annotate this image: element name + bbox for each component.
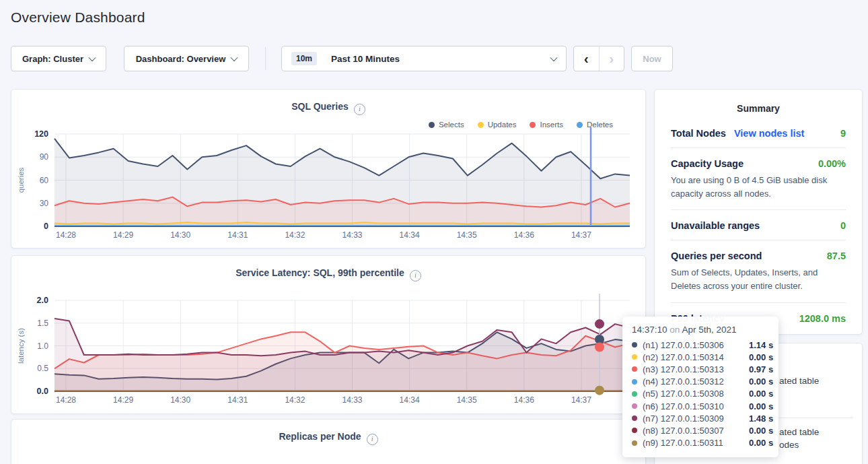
svg-text:14:31: 14:31 bbox=[227, 395, 248, 405]
tooltip-row: (n7) 127.0.0.1:503091.48 s bbox=[632, 412, 769, 424]
replicas-per-node-panel: Replicas per Nodei bbox=[11, 419, 646, 464]
node-color-dot bbox=[632, 440, 637, 446]
node-color-dot bbox=[632, 403, 637, 409]
tooltip-row: (n4) 127.0.0.1:503120.00 s bbox=[632, 376, 769, 388]
svg-text:14:29: 14:29 bbox=[113, 230, 133, 240]
svg-text:2.0: 2.0 bbox=[37, 296, 48, 305]
info-icon[interactable]: i bbox=[367, 434, 378, 445]
event-item-text: odes bbox=[779, 440, 799, 450]
svg-text:0.0: 0.0 bbox=[37, 387, 48, 396]
tooltip-date: Apr 5th, 2021 bbox=[682, 325, 736, 335]
next-interval-button[interactable]: › bbox=[600, 46, 624, 71]
legend-dot bbox=[530, 122, 536, 128]
tooltip-row: (n2) 127.0.0.1:503140.00 s bbox=[632, 351, 769, 363]
sql-queries-title: SQL Queriesi bbox=[11, 101, 645, 115]
svg-text:60: 60 bbox=[40, 176, 49, 185]
event-item-text: ated table bbox=[779, 376, 819, 386]
node-color-dot bbox=[632, 354, 637, 360]
legend-item-updates[interactable]: Updates bbox=[478, 121, 517, 129]
chevron-down-icon bbox=[231, 54, 238, 61]
chevron-down-icon bbox=[88, 54, 96, 61]
page-title: Overview Dashboard bbox=[11, 9, 145, 26]
svg-text:14:33: 14:33 bbox=[342, 230, 362, 240]
node-address: (n6) 127.0.0.1:50310 bbox=[643, 401, 749, 411]
node-color-dot bbox=[632, 342, 637, 347]
node-color-dot bbox=[632, 366, 637, 372]
svg-text:14:30: 14:30 bbox=[170, 395, 190, 405]
tooltip-row: (n5) 127.0.0.1:503080.00 s bbox=[632, 388, 769, 400]
node-address: (n4) 127.0.0.1:50312 bbox=[643, 376, 749, 387]
summary-item-value: 0 bbox=[840, 220, 846, 231]
legend-item-selects[interactable]: Selects bbox=[429, 121, 464, 129]
summary-item-label: Total Nodes bbox=[671, 128, 726, 139]
service-latency-title: Service Latency: SQL, 99th percentilei bbox=[11, 267, 645, 281]
svg-text:1.5: 1.5 bbox=[37, 319, 48, 328]
svg-text:14:31: 14:31 bbox=[227, 230, 248, 240]
svg-text:14:35: 14:35 bbox=[457, 395, 477, 405]
summary-item-value: 1208.0 ms bbox=[799, 313, 846, 324]
view-nodes-list-link[interactable]: View nodes list bbox=[734, 128, 805, 139]
svg-text:1.0: 1.0 bbox=[37, 341, 48, 351]
svg-text:90: 90 bbox=[40, 152, 49, 162]
tooltip-connector: on bbox=[670, 325, 682, 335]
tooltip-time: 14:37:10 bbox=[632, 325, 667, 335]
node-latency-value: 0.00 s bbox=[749, 376, 773, 387]
sql-queries-panel: SQL Queriesi SelectsUpdatesInsertsDelete… bbox=[11, 89, 646, 248]
time-window-badge: 10m bbox=[291, 52, 317, 65]
summary-item-value: 9 bbox=[840, 128, 846, 139]
svg-text:14:37: 14:37 bbox=[571, 230, 591, 240]
sql-queries-legend: SelectsUpdatesInsertsDeletes bbox=[429, 121, 613, 129]
legend-item-inserts[interactable]: Inserts bbox=[530, 121, 563, 129]
svg-text:14:34: 14:34 bbox=[400, 395, 420, 405]
chart-hover-tooltip: 14:37:10 on Apr 5th, 2021 (n1) 127.0.0.1… bbox=[622, 317, 779, 457]
summary-panel: Summary Total NodesView nodes list9Capac… bbox=[654, 89, 863, 335]
chart-title-text: SQL Queries bbox=[291, 101, 349, 112]
info-icon[interactable]: i bbox=[354, 104, 365, 115]
legend-dot bbox=[429, 122, 435, 128]
summary-item-label: Unavailable ranges bbox=[671, 220, 760, 231]
chevron-down-icon bbox=[550, 54, 557, 61]
node-latency-value: 0.00 s bbox=[749, 352, 773, 362]
summary-item-description: Sum of Selects, Updates, Inserts, and De… bbox=[671, 266, 846, 293]
dashboard-select-dropdown[interactable]: Dashboard: Overview bbox=[124, 46, 249, 71]
node-address: (n2) 127.0.0.1:50314 bbox=[643, 352, 749, 362]
tooltip-row: (n8) 127.0.0.1:503070.00 s bbox=[632, 424, 769, 436]
chart-title-text: Service Latency: SQL, 99th percentile bbox=[236, 267, 404, 278]
node-latency-value: 0.97 s bbox=[749, 364, 773, 374]
legend-label: Selects bbox=[439, 121, 464, 129]
time-range-label: Past 10 Minutes bbox=[331, 54, 545, 64]
svg-text:14:36: 14:36 bbox=[514, 395, 534, 405]
svg-text:queries: queries bbox=[17, 167, 25, 193]
legend-dot bbox=[478, 122, 484, 128]
tooltip-row: (n9) 127.0.0.1:503110.00 s bbox=[632, 437, 769, 449]
time-step-buttons: ‹ › bbox=[573, 46, 624, 71]
summary-item-label: Capacity Usage bbox=[671, 158, 744, 169]
svg-text:30: 30 bbox=[40, 199, 49, 208]
summary-item: Total NodesView nodes list9 bbox=[671, 118, 846, 148]
summary-item: Capacity Usage0.00%You are using 0 B of … bbox=[671, 148, 846, 210]
toolbar-divider bbox=[265, 47, 266, 70]
event-item-text: ated table bbox=[779, 427, 819, 437]
node-latency-value: 0.00 s bbox=[749, 438, 773, 448]
node-address: (n5) 127.0.0.1:50308 bbox=[643, 389, 749, 399]
node-latency-value: 0.00 s bbox=[749, 389, 773, 399]
svg-text:14:28: 14:28 bbox=[56, 230, 76, 240]
svg-text:14:32: 14:32 bbox=[285, 395, 305, 405]
now-button[interactable]: Now bbox=[631, 46, 673, 71]
info-icon[interactable]: i bbox=[410, 270, 421, 281]
node-color-dot bbox=[632, 416, 637, 421]
svg-text:14:33: 14:33 bbox=[342, 395, 362, 405]
previous-interval-button[interactable]: ‹ bbox=[574, 46, 600, 71]
node-address: (n9) 127.0.0.1:50311 bbox=[643, 438, 749, 448]
node-color-dot bbox=[632, 428, 637, 433]
legend-label: Deletes bbox=[587, 121, 613, 129]
legend-dot bbox=[577, 122, 583, 128]
legend-item-deletes[interactable]: Deletes bbox=[577, 121, 613, 129]
node-address: (n8) 127.0.0.1:50307 bbox=[643, 426, 749, 436]
svg-text:14:30: 14:30 bbox=[170, 230, 190, 240]
svg-text:0: 0 bbox=[44, 222, 48, 231]
node-address: (n3) 127.0.0.1:50313 bbox=[643, 364, 749, 374]
graph-select-dropdown[interactable]: Graph: Cluster bbox=[11, 46, 106, 71]
time-range-dropdown[interactable]: 10m Past 10 Minutes bbox=[281, 46, 567, 71]
tooltip-rows: (n1) 127.0.0.1:503061.14 s(n2) 127.0.0.1… bbox=[632, 339, 769, 449]
